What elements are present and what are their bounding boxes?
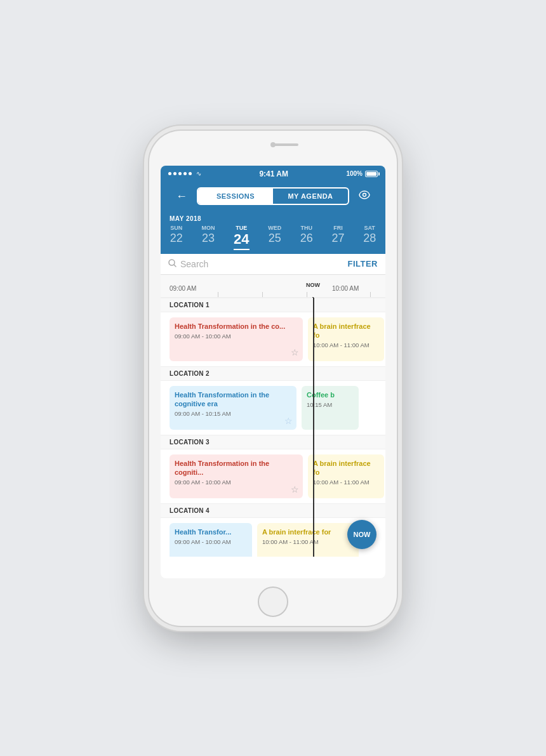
time-label-9am: 09:00 AM [170,285,196,292]
location-3-sessions: Health Transformation in the cogniti... … [161,449,385,503]
session-card-l2-2[interactable]: Coffee b 10:15 AM [302,386,359,430]
session-time-l3-1: 09:00 AM - 10:00 AM [175,479,298,486]
svg-point-0 [363,193,366,196]
session-time-l1-1: 09:00 AM - 10:00 AM [175,333,298,340]
timeline-area: 09:00 AM 10:00 AM NOW LOCATION 1 [161,275,385,557]
star-icon-l3-1[interactable]: ☆ [291,484,299,494]
now-label-ruler: NOW [306,282,320,288]
location-2-header: LOCATION 2 [161,366,385,381]
session-title-l4-1: Health Transfor... [175,527,247,536]
signal-dot-3 [178,172,182,175]
now-button[interactable]: NOW [347,520,376,549]
phone-screen: ∿ 9:41 AM 100% ← SESSIONS MY AGENDA [161,166,385,578]
session-time-l2-1: 09:00 AM - 10:15 AM [175,410,291,417]
nav-tabs: SESSIONS MY AGENDA [197,187,349,205]
app-header: ← SESSIONS MY AGENDA [161,182,385,211]
phone-device: ∿ 9:41 AM 100% ← SESSIONS MY AGENDA [149,131,397,626]
tick-3 [307,292,307,297]
location-1-header: LOCATION 1 [161,298,385,312]
tick-1 [218,292,218,297]
location-3-section: LOCATION 3 Health Transformation in the … [161,435,385,503]
status-right: 100% [346,170,378,177]
day-sat[interactable]: SAT 28 [363,225,376,250]
session-time-l4-1: 09:00 AM - 10:00 AM [175,538,247,545]
session-card-l3-2[interactable]: A brain interfrace fo 10:00 AM - 11:00 A… [308,454,384,498]
day-wed[interactable]: WED 25 [268,225,281,250]
svg-line-2 [174,265,176,267]
header-row: ← SESSIONS MY AGENDA [168,187,378,205]
signal-dot-1 [168,172,171,175]
location-3-header: LOCATION 3 [161,435,385,449]
session-card-l4-2[interactable]: A brain interfrace for 10:00 AM - 11:00 … [257,523,359,557]
session-card-l4-1[interactable]: Health Transfor... 09:00 AM - 10:00 AM [170,523,252,557]
location-1-sessions: Health Transformation in the co... 09:00… [161,312,385,366]
filter-button[interactable]: FILTER [347,259,378,269]
session-card-l1-1[interactable]: Health Transformation in the co... 09:00… [170,317,303,361]
star-icon-l1-1[interactable]: ☆ [291,347,299,357]
day-fri[interactable]: FRI 27 [331,225,344,250]
session-card-l2-1[interactable]: Health Transformation in the cognitive e… [170,386,296,430]
tick-2 [262,292,263,297]
signal-dots: ∿ [168,170,201,177]
session-title-l3-2: A brain interfrace fo [313,459,379,477]
search-bar: Search FILTER [161,254,385,275]
day-mon[interactable]: MON 23 [201,225,215,250]
location-4-header: LOCATION 4 [161,503,385,518]
search-input[interactable]: Search [180,259,208,269]
star-icon-l2-1[interactable]: ☆ [284,416,293,426]
status-time: 9:41 AM [259,169,288,178]
location-1-label: LOCATION 1 [170,302,210,308]
days-row: SUN 22 MON 23 TUE 24 WED 25 THU [161,225,385,254]
location-2-label: LOCATION 2 [170,370,210,377]
signal-dot-2 [173,172,176,175]
session-time-l4-2: 10:00 AM - 11:00 AM [262,538,354,545]
active-day-underline [234,249,249,250]
day-thu[interactable]: THU 26 [300,225,313,250]
battery-icon [365,171,378,177]
month-label: MAY 2018 [161,215,385,222]
back-button[interactable]: ← [176,189,187,202]
tab-sessions[interactable]: SESSIONS [198,189,273,204]
session-card-l3-1[interactable]: Health Transformation in the cogniti... … [170,454,303,498]
session-time-l3-2: 10:00 AM - 11:00 AM [313,479,379,486]
session-title-l3-1: Health Transformation in the cogniti... [175,459,298,477]
home-button[interactable] [258,587,288,617]
eye-icon[interactable] [359,190,370,202]
time-label-10am: 10:00 AM [332,285,359,292]
time-ruler: 09:00 AM 10:00 AM NOW [161,275,385,298]
wifi-icon: ∿ [196,170,201,177]
session-title-l2-1: Health Transformation in the cognitive e… [175,390,291,409]
search-icon [168,259,176,269]
location-2-section: LOCATION 2 Health Transformation in the … [161,366,385,435]
day-tue[interactable]: TUE 24 [234,225,249,250]
session-title-l1-2: A brain interfrace fo [313,322,379,340]
status-bar: ∿ 9:41 AM 100% [161,166,385,182]
day-sun[interactable]: SUN 22 [170,225,183,250]
battery-fill [366,172,376,176]
session-time-l1-2: 10:00 AM - 11:00 AM [313,342,379,348]
session-title-l1-1: Health Transformation in the co... [175,322,298,331]
now-line [313,298,314,557]
location-4-label: LOCATION 4 [170,507,210,514]
location-2-sessions: Health Transformation in the cognitive e… [161,381,385,435]
signal-dot-5 [189,172,192,175]
tick-4 [370,292,371,297]
location-1-section: LOCATION 1 Health Transformation in the … [161,298,385,366]
date-strip: MAY 2018 SUN 22 MON 23 TUE 24 WED 25 [161,211,385,254]
search-left: Search [168,259,347,269]
session-title-l4-2: A brain interfrace for [262,527,354,536]
tab-my-agenda[interactable]: MY AGENDA [273,189,348,204]
signal-dot-4 [183,172,187,175]
session-card-l1-2[interactable]: A brain interfrace fo 10:00 AM - 11:00 A… [308,317,384,361]
battery-percent: 100% [346,170,363,177]
location-3-label: LOCATION 3 [170,439,210,446]
